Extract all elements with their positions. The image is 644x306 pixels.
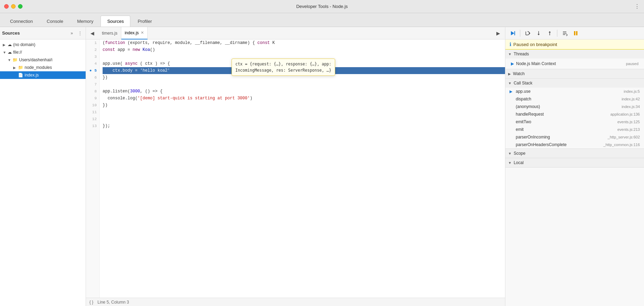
debug-separator-1 [520, 30, 520, 37]
callstack-item-2[interactable]: (anonymous) index.js:34 [505, 103, 644, 110]
callstack-loc-2: index.js:34 [621, 105, 640, 109]
callstack-fn-4: emitTwo [516, 119, 617, 124]
format-indicator: { } [89, 300, 93, 305]
line-num-5: 5 [89, 67, 97, 74]
folder-icon: 📁 [18, 65, 23, 70]
tree-arrow [13, 66, 18, 70]
tree-item-users-dir[interactable]: 📁 Users/dashenhai/i [0, 56, 86, 64]
run-code-btn[interactable]: ▶ [494, 29, 502, 37]
code-line-7 [103, 81, 505, 88]
callstack-item-7[interactable]: parserOnHeadersComplete _http_common.js:… [505, 141, 644, 148]
callstack-item-3[interactable]: handleRequest application.js:136 [505, 110, 644, 118]
cloud-icon: ☁ [8, 50, 12, 55]
thread-active-icon: ▶ [511, 61, 514, 66]
svg-rect-13 [576, 31, 577, 35]
threads-label: Threads [514, 52, 529, 56]
callstack-list: ▶ app.use index.js:5 dispatch index.js:4… [505, 88, 644, 148]
tree-arrow [3, 43, 8, 47]
sidebar-more-btn[interactable]: ⋮ [77, 30, 84, 37]
callstack-item-5[interactable]: emit events.js:213 [505, 126, 644, 133]
line-numbers: 1 2 3 4 5 6 7 8 9 10 11 12 13 [86, 39, 100, 298]
scope-section: ▼ Scope [505, 149, 644, 158]
callstack-fn-7: parserOnHeadersComplete [516, 142, 603, 147]
code-panel: ◀ timers.js index.js ✕ ▶ 1 2 3 4 5 6 7 8… [86, 27, 505, 306]
code-line-8: app.listen(3000, () => { [103, 88, 505, 95]
code-tooltip: ctx = {request: {…}, response: {…}, app:… [232, 58, 335, 76]
callstack-item-1[interactable]: dispatch index.js:42 [505, 95, 644, 103]
line-num-1: 1 [89, 39, 97, 46]
tooltip-line-2: IncomingMessage, res: ServerResponse, …} [235, 67, 331, 73]
folder-icon: 📁 [12, 57, 18, 62]
code-line-1: (function (exports, require, module, __f… [103, 39, 505, 46]
svg-marker-2 [529, 32, 530, 34]
tree-arrow [8, 58, 12, 62]
code-line-9: console.log('[demo] start-quick is start… [103, 95, 505, 102]
step-into-btn[interactable] [534, 29, 543, 38]
tree-item-no-domain[interactable]: ☁ (no domain) [0, 41, 86, 48]
code-line-11 [103, 109, 505, 116]
maximize-button[interactable] [18, 4, 23, 9]
tab-memory[interactable]: Memory [70, 16, 100, 27]
svg-rect-12 [574, 31, 575, 35]
titlebar-more[interactable]: ⋮ [634, 3, 640, 10]
breakpoint-text: Paused on breakpoint [513, 42, 557, 47]
pause-btn[interactable] [571, 29, 580, 38]
scope-label: Scope [514, 151, 525, 156]
close-button[interactable] [4, 4, 9, 9]
callstack-item-4[interactable]: emitTwo events.js:125 [505, 118, 644, 126]
line-num-11: 11 [89, 109, 97, 116]
close-tab-icon[interactable]: ✕ [141, 30, 144, 35]
code-line-12 [103, 116, 505, 123]
step-out-btn[interactable] [545, 29, 554, 38]
line-num-7: 7 [89, 81, 97, 88]
code-line-10: }) [103, 102, 505, 109]
breakpoints-icon [562, 30, 567, 36]
right-panel-scroll[interactable]: ▼ Threads ▶ Node.js Main Context paused … [505, 50, 644, 306]
resume-icon [510, 30, 515, 36]
tab-console[interactable]: Console [40, 16, 70, 27]
tab-connection[interactable]: Connection [3, 16, 40, 27]
local-header[interactable]: ▼ Local [505, 158, 644, 167]
callstack-item-6[interactable]: parserOnIncoming _http_server.js:602 [505, 133, 644, 141]
step-over-btn[interactable] [523, 29, 532, 38]
callstack-fn-1: dispatch [516, 97, 621, 101]
callstack-active-icon: ▶ [510, 89, 514, 94]
thread-status: paused [626, 62, 638, 66]
line-num-2: 2 [89, 46, 97, 53]
svg-rect-1 [514, 31, 515, 35]
tab-sources[interactable]: Sources [101, 16, 130, 27]
sidebar: Sources » ⋮ ☁ (no domain) ☁ file:// 📁 Us… [0, 27, 86, 306]
resume-btn[interactable] [508, 29, 517, 38]
svg-marker-0 [511, 31, 514, 35]
line-num-8: 8 [89, 88, 97, 95]
code-editor[interactable]: 1 2 3 4 5 6 7 8 9 10 11 12 13 (function … [86, 39, 505, 298]
tab-timers-js[interactable]: timers.js [98, 27, 121, 39]
callstack-arrow: ▼ [508, 81, 512, 85]
navigate-back-btn[interactable]: ◀ [87, 28, 97, 38]
callstack-fn-0: app.use [516, 89, 624, 94]
tree-item-node-modules[interactable]: 📁 node_modules [0, 64, 86, 71]
callstack-loc-0: index.js:5 [624, 89, 640, 93]
callstack-item-0[interactable]: ▶ app.use index.js:5 [505, 88, 644, 95]
thread-item[interactable]: ▶ Node.js Main Context paused [505, 60, 644, 68]
callstack-label: Call Stack [514, 81, 532, 86]
callstack-loc-6: _http_server.js:602 [608, 135, 640, 139]
watch-header[interactable]: ▶ Watch [505, 69, 644, 78]
main-layout: Sources » ⋮ ☁ (no domain) ☁ file:// 📁 Us… [0, 27, 644, 306]
callstack-loc-4: events.js:125 [617, 120, 640, 124]
pause-icon [573, 30, 578, 36]
threads-header[interactable]: ▼ Threads [505, 50, 644, 58]
sidebar-chevron-btn[interactable]: » [68, 30, 75, 37]
tree-item-file-proto[interactable]: ☁ file:// [0, 48, 86, 56]
callstack-header[interactable]: ▼ Call Stack [505, 79, 644, 88]
scope-header[interactable]: ▼ Scope [505, 149, 644, 158]
tree-item-index-js[interactable]: 📄 index.js [0, 71, 86, 79]
breakpoints-btn[interactable] [560, 29, 569, 38]
minimize-button[interactable] [11, 4, 16, 9]
titlebar: Developer Tools - Node.js ⋮ [0, 0, 644, 13]
line-num-13: 13 [89, 123, 97, 129]
tab-index-js[interactable]: index.js ✕ [121, 27, 148, 39]
tree-arrow [3, 51, 8, 54]
more-icon: ⋮ [634, 3, 640, 9]
tab-profiler[interactable]: Profiler [131, 16, 158, 27]
